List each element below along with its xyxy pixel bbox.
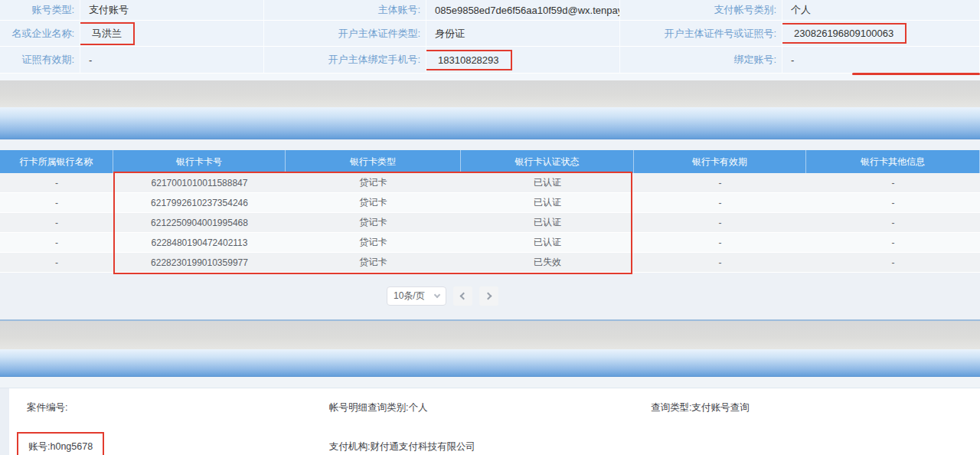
cell-card-type: 贷记卡 — [286, 193, 461, 212]
page-size-select[interactable]: 10条/页 — [387, 286, 446, 306]
field-value-account-type: 支付账号 — [80, 0, 264, 21]
cell-card-number: 6228480190472402113 — [113, 233, 286, 252]
cell-other-info: - — [806, 173, 980, 192]
payment-account-query-page: 账号类型: 支付账号 主体账号: 085e9858ed7de6f56aa10f5… — [0, 0, 980, 455]
highlight-box-partial-edge — [852, 73, 980, 75]
cell-auth-status: 已失效 — [461, 253, 634, 272]
cell-card-type: 贷记卡 — [286, 253, 461, 272]
table-row: - 6212250904001995468 贷记卡 已认证 - - — [0, 213, 980, 233]
cell-bank-name: - — [0, 173, 113, 192]
field-value-bound-account: - — [782, 47, 980, 74]
field-label-license-validity: 证照有效期: — [0, 47, 80, 74]
query-category-text: 帐号明细查询类别:个人 — [329, 401, 651, 414]
cell-auth-status: 已认证 — [461, 173, 634, 192]
separator-strip — [0, 377, 980, 388]
account-cell: 账号:h0ng5678 — [27, 432, 329, 455]
blue-gradient-band — [0, 349, 980, 377]
cell-card-type: 贷记卡 — [286, 173, 461, 192]
separator-strip — [0, 74, 980, 80]
blue-gradient-band — [0, 107, 980, 139]
chevron-left-icon — [460, 293, 468, 300]
field-label-bound-account: 绑定账号: — [620, 47, 782, 74]
account-text: 账号:h0ng5678 — [28, 440, 93, 453]
col-header-auth-status: 银行卡认证状态 — [461, 150, 634, 173]
field-value-id-type: 身份证 — [426, 21, 620, 47]
prev-page-button[interactable] — [453, 286, 472, 306]
cell-validity: - — [634, 173, 806, 192]
cell-other-info: - — [806, 233, 980, 252]
bank-table-body: - 6217001010011588847 贷记卡 已认证 - - - 6217… — [0, 173, 980, 273]
cell-other-info: - — [806, 253, 980, 272]
cell-auth-status: 已认证 — [461, 213, 634, 232]
payment-org-text: 支付机构:财付通支付科技有限公司 — [329, 440, 651, 453]
field-value-bound-phone: 18310828293 — [426, 47, 620, 74]
cell-card-number: 6228230199010359977 — [113, 253, 286, 272]
case-number-label: 案件编号: — [27, 401, 329, 414]
pagination-controls: 10条/页 — [387, 286, 498, 306]
highlight-box-bound-phone: 18310828293 — [426, 50, 512, 70]
cell-bank-name: - — [0, 193, 113, 212]
bank-card-table: 行卡所属银行名称 银行卡卡号 银行卡类型 银行卡认证状态 银行卡有效期 银行卡其… — [0, 150, 980, 273]
table-row: - 6217992610237354246 贷记卡 已认证 - - — [0, 193, 980, 213]
page-size-label: 10条/页 — [394, 290, 425, 303]
col-header-card-number: 银行卡卡号 — [113, 150, 286, 173]
next-page-button[interactable] — [479, 286, 498, 306]
field-value-subject-account: 085e9858ed7de6f56aa10f59d@wx.tenpay.c — [426, 0, 620, 21]
case-info-row-1: 案件编号: 帐号明细查询类别:个人 查询类型:支付账号查询 — [27, 401, 980, 414]
field-label-account-type: 账号类型: — [0, 0, 80, 21]
cell-card-type: 贷记卡 — [286, 213, 461, 232]
highlight-box-holder-name: 马洪兰 — [80, 22, 135, 45]
cell-validity: - — [634, 193, 806, 212]
field-label-holder-name: 名或企业名称: — [0, 21, 80, 47]
cell-validity: - — [634, 213, 806, 232]
gray-band — [0, 80, 980, 107]
table-row: - 6228230199010359977 贷记卡 已失效 - - — [0, 253, 980, 273]
col-header-bank-name: 行卡所属银行名称 — [0, 150, 113, 173]
gray-band — [0, 321, 980, 349]
account-info-table: 账号类型: 支付账号 主体账号: 085e9858ed7de6f56aa10f5… — [0, 0, 980, 74]
field-value-account-category: 个人 — [782, 0, 980, 21]
cell-validity: - — [634, 233, 806, 252]
left-edge-strip — [0, 388, 9, 455]
cell-other-info: - — [806, 193, 980, 212]
id-number-text: 230826196809100063 — [794, 28, 893, 39]
query-type-text: 查询类型:支付账号查询 — [651, 401, 980, 414]
table-row: - 6228480190472402113 贷记卡 已认证 - - — [0, 233, 980, 253]
cell-bank-name: - — [0, 233, 113, 252]
col-header-other-info: 银行卡其他信息 — [806, 150, 980, 173]
cell-card-number: 6217001010011588847 — [113, 173, 286, 192]
cell-auth-status: 已认证 — [461, 193, 634, 212]
highlight-box-account: 账号:h0ng5678 — [17, 432, 104, 455]
case-info-row-2: 账号:h0ng5678 支付机构:财付通支付科技有限公司 — [27, 432, 980, 455]
bound-phone-text: 18310828293 — [438, 54, 499, 66]
highlight-box-id-number: 230826196809100063 — [782, 23, 906, 44]
cell-bank-name: - — [0, 213, 113, 232]
table-row: - 6217001010011588847 贷记卡 已认证 - - — [0, 173, 980, 193]
pagination-bar: 10条/页 — [0, 273, 980, 319]
field-value-holder-name: 马洪兰 — [80, 21, 264, 47]
field-label-account-category: 支付帐号类别: — [620, 0, 782, 21]
case-info-panel: 案件编号: 帐号明细查询类别:个人 查询类型:支付账号查询 账号:h0ng567… — [0, 388, 980, 455]
cell-bank-name: - — [0, 253, 113, 272]
cell-other-info: - — [806, 213, 980, 232]
holder-name-text: 马洪兰 — [92, 27, 122, 41]
field-label-subject-account: 主体账号: — [264, 0, 426, 21]
cell-auth-status: 已认证 — [461, 233, 634, 252]
field-label-id-type: 开户主体证件类型: — [264, 21, 426, 47]
separator-strip — [0, 139, 980, 150]
field-value-license-validity: - — [80, 47, 264, 74]
field-label-bound-phone: 开户主体绑定手机号: — [264, 47, 426, 74]
chevron-right-icon — [485, 293, 492, 300]
chevron-down-icon — [434, 292, 440, 298]
cell-card-number: 6212250904001995468 — [113, 213, 286, 232]
cell-validity: - — [634, 253, 806, 272]
col-header-card-type: 银行卡类型 — [286, 150, 461, 173]
field-value-id-number: 230826196809100063 — [782, 21, 980, 47]
cell-card-type: 贷记卡 — [286, 233, 461, 252]
cell-card-number: 6217992610237354246 — [113, 193, 286, 212]
col-header-validity: 银行卡有效期 — [634, 150, 806, 173]
bank-table-header-row: 行卡所属银行名称 银行卡卡号 银行卡类型 银行卡认证状态 银行卡有效期 银行卡其… — [0, 150, 980, 173]
field-label-id-number: 开户主体证件号或证照号: — [620, 21, 782, 47]
